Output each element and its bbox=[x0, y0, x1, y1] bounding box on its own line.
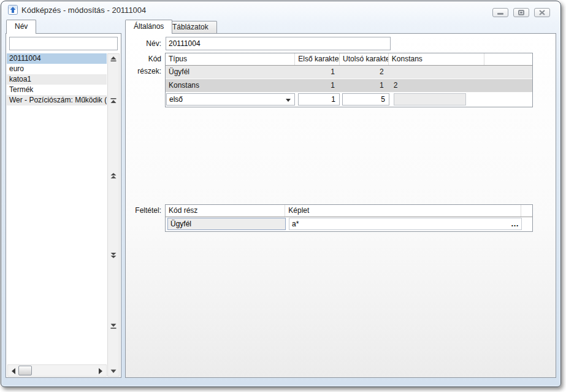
close-button[interactable] bbox=[534, 8, 550, 17]
list-item[interactable]: katoa1 bbox=[7, 74, 107, 85]
minimize-icon bbox=[497, 13, 503, 15]
general-tab-panel: Név: Kód részek: Típus Első karakter Uto… bbox=[125, 33, 556, 378]
name-filter-input[interactable] bbox=[9, 37, 118, 50]
scroll-left-icon[interactable] bbox=[12, 368, 15, 374]
kod-resz-readonly-field[interactable]: Ügyfél bbox=[167, 218, 286, 230]
cell-konstans[interactable]: 2 bbox=[389, 79, 484, 92]
column-header-keplet: Képlet bbox=[285, 205, 521, 217]
scroll-right-icon[interactable] bbox=[99, 368, 102, 374]
table-edit-row: első bbox=[166, 93, 532, 107]
scroll-first-icon[interactable] bbox=[110, 98, 117, 104]
cell-konstans[interactable] bbox=[389, 66, 484, 79]
tab-nev[interactable]: Név bbox=[6, 20, 36, 34]
cell-utolso[interactable]: 1 bbox=[340, 79, 389, 92]
table-edit-row: Ügyfél a* … bbox=[166, 217, 532, 231]
kod-reszek-label: Kód részek: bbox=[126, 53, 164, 77]
list-item[interactable]: euro bbox=[7, 64, 107, 74]
left-panel: 20111004 euro katoa1 Termék Wer - Pozíci… bbox=[6, 33, 121, 378]
scroll-down-icon[interactable] bbox=[110, 368, 117, 374]
column-header-extra bbox=[521, 205, 532, 217]
maximize-icon bbox=[518, 10, 524, 15]
nev-label: Név: bbox=[126, 37, 164, 50]
minimize-button[interactable] bbox=[492, 8, 508, 17]
cell-tipus[interactable]: Konstans bbox=[166, 79, 295, 92]
tipus-combobox[interactable]: első bbox=[166, 93, 295, 106]
screen: Kódképzés - módosítás - 20111004 Név 201… bbox=[0, 0, 566, 392]
app-window: Kódképzés - módosítás - 20111004 Név 201… bbox=[1, 1, 561, 387]
app-icon bbox=[8, 5, 18, 15]
column-header-elso-karakter: Első karakter bbox=[295, 53, 340, 65]
cell-elso[interactable]: 1 bbox=[295, 66, 340, 79]
keplet-value: a* bbox=[292, 220, 299, 228]
cell-utolso[interactable]: 2 bbox=[340, 66, 389, 79]
maximize-button[interactable] bbox=[513, 8, 529, 17]
table-row[interactable]: Ügyfél 1 2 bbox=[166, 66, 532, 79]
table-row[interactable]: Konstans 1 1 2 bbox=[166, 79, 532, 93]
list-scroll-strip[interactable] bbox=[107, 53, 120, 377]
column-header-kod-resz: Kód rész bbox=[166, 205, 285, 217]
kod-reszek-grid: Típus Első karakter Utolsó karakter Kons… bbox=[165, 53, 533, 107]
column-header-utolso-karakter: Utolsó karakter bbox=[340, 53, 389, 65]
cell-tipus[interactable]: Ügyfél bbox=[166, 66, 295, 79]
list-horizontal-scrollbar[interactable] bbox=[7, 364, 107, 377]
window-controls bbox=[492, 8, 550, 17]
list-item[interactable]: 20111004 bbox=[7, 53, 107, 64]
chevron-down-icon[interactable] bbox=[286, 99, 291, 102]
tab-altalanos[interactable]: Általános bbox=[125, 20, 172, 34]
page-up-icon[interactable] bbox=[110, 173, 117, 179]
column-header-tipus: Típus bbox=[166, 53, 295, 65]
feltetel-grid: Kód rész Képlet Ügyfél a* … bbox=[165, 204, 533, 232]
cell-extra[interactable] bbox=[484, 79, 532, 92]
close-icon bbox=[539, 10, 545, 15]
page-down-icon[interactable] bbox=[110, 253, 117, 258]
cell-extra[interactable] bbox=[484, 66, 532, 79]
utolso-karakter-input[interactable] bbox=[342, 93, 389, 106]
window-title: Kódképzés - módosítás - 20111004 bbox=[21, 1, 146, 19]
scroll-last-icon[interactable] bbox=[110, 323, 117, 329]
cell-elso[interactable]: 1 bbox=[295, 79, 340, 92]
ellipsis-button[interactable]: … bbox=[511, 218, 519, 229]
elso-karakter-input[interactable] bbox=[298, 93, 340, 106]
scrollbar-thumb[interactable] bbox=[18, 366, 32, 375]
keplet-input[interactable]: a* … bbox=[289, 218, 522, 230]
grid-header: Típus Első karakter Utolsó karakter Kons… bbox=[166, 53, 532, 66]
konstans-input-disabled bbox=[394, 93, 466, 106]
nev-input[interactable] bbox=[166, 37, 391, 50]
titlebar[interactable]: Kódképzés - módosítás - 20111004 bbox=[1, 1, 560, 20]
list-item[interactable]: Wer - Pozíciószám: Működik ( bbox=[7, 95, 107, 106]
feltetel-label: Feltétel: bbox=[126, 204, 164, 217]
column-header-extra bbox=[484, 53, 532, 65]
name-list: 20111004 euro katoa1 Termék Wer - Pozíci… bbox=[7, 53, 107, 106]
column-header-konstans: Konstans bbox=[389, 53, 484, 65]
scroll-up-icon[interactable] bbox=[110, 56, 117, 62]
list-item[interactable]: Termék bbox=[7, 85, 107, 95]
grid-header: Kód rész Képlet bbox=[166, 205, 532, 217]
combobox-value: első bbox=[169, 95, 183, 104]
